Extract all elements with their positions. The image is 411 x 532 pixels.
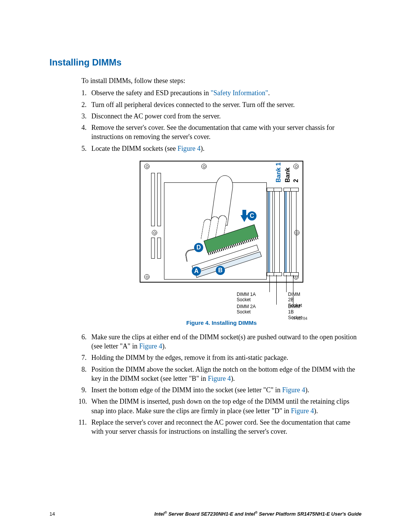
screw-icon <box>201 164 207 169</box>
callout-c: C <box>247 211 256 220</box>
bank2-label: Bank 2 <box>284 163 300 182</box>
step-text: Disconnect the AC power cord from the se… <box>91 112 221 120</box>
screw-icon <box>144 274 150 280</box>
figure-caption: Figure 4. Installing DIMMs <box>81 319 362 327</box>
step-text-post: ). <box>305 386 309 394</box>
step-2: Turn off all peripheral devices connecte… <box>81 100 362 109</box>
figure4-link[interactable]: Figure 4 <box>177 145 201 152</box>
figure-id: TP01784 <box>292 316 307 321</box>
socket-1a-sub: Socket <box>237 297 251 302</box>
page-footer: 14 Intel® Server Board SE7230NH1-E and I… <box>49 511 362 517</box>
section-heading: Installing DIMMs <box>49 57 362 68</box>
step-text: Holding the DIMM by the edges, remove it… <box>91 354 288 361</box>
figure4-link[interactable]: Figure 4 <box>282 386 306 394</box>
socket-2a-name: DIMM 2A <box>237 304 256 309</box>
step-9: Insert the bottom edge of the DIMM into … <box>81 385 362 395</box>
callout-b: B <box>216 266 225 275</box>
figure-4: A B C D Bank 1 Bank 2 <box>81 161 362 314</box>
step-text: Locate the DIMM sockets (see <box>91 145 177 152</box>
safety-info-link[interactable]: "Safety Information" <box>210 89 268 97</box>
step-text: Replace the server's cover and reconnect… <box>91 419 350 435</box>
footer-title: Intel® Server Board SE7230NH1-E and Inte… <box>154 511 362 517</box>
step-4: Remove the server's cover. See the docum… <box>81 123 362 142</box>
step-3: Disconnect the AC power cord from the se… <box>81 112 362 121</box>
step-text-post: ). <box>201 145 205 152</box>
step-11: Replace the server's cover and reconnect… <box>81 418 362 436</box>
step-text: Insert the bottom edge of the DIMM into … <box>91 386 282 394</box>
step-text-post: ). <box>314 407 318 415</box>
step-1: Observe the safety and ESD precautions i… <box>81 88 362 97</box>
connector <box>157 238 161 259</box>
socket-2a-sub: Socket <box>237 309 251 315</box>
socket-1b-name: DIMM 1B <box>288 304 300 315</box>
step-text-post: ). <box>162 342 166 350</box>
screw-icon <box>144 164 150 169</box>
figure4-link[interactable]: Figure 4 <box>291 407 314 415</box>
step-text: Remove the server's cover. See the docum… <box>91 124 335 141</box>
insert-arrow-icon <box>241 215 248 222</box>
step-5: Locate the DIMM sockets (see Figure 4). <box>81 144 362 153</box>
step-text: Make sure the clips at either end of the… <box>91 333 357 350</box>
step-text-post: . <box>268 89 270 97</box>
pci-slot <box>157 173 161 226</box>
socket-2b-name: DIMM 2B <box>288 292 300 302</box>
step-text: Turn off all peripheral devices connecte… <box>91 101 295 109</box>
pci-slot <box>151 173 155 226</box>
step-list-2: Make sure the clips at either end of the… <box>81 332 362 436</box>
motherboard-diagram: A B C D Bank 1 Bank 2 <box>140 161 303 283</box>
content-body: To install DIMMs, follow these steps: Ob… <box>49 76 362 436</box>
dimm-socket-2b <box>284 188 290 276</box>
socket-labels: DIMM 1A Socket DIMM 2A Socket DIMM 2B So… <box>140 285 303 312</box>
screw-icon <box>152 230 157 235</box>
step-6: Make sure the clips at either end of the… <box>81 332 362 351</box>
connector <box>151 238 155 259</box>
dimm-socket-1b <box>291 188 296 276</box>
figure4-link[interactable]: Figure 4 <box>208 375 231 382</box>
callout-a: A <box>192 267 201 276</box>
dimm-socket-2a <box>274 188 280 276</box>
step-8: Position the DIMM above the socket. Alig… <box>81 365 362 383</box>
step-10: When the DIMM is inserted, push down on … <box>81 397 362 415</box>
step-7: Holding the DIMM by the edges, remove it… <box>81 353 362 362</box>
step-text: Observe the safety and ESD precautions i… <box>91 89 210 97</box>
intro-text: To install DIMMs, follow these steps: <box>81 76 362 85</box>
zoom-panel: A B C D <box>164 182 267 280</box>
callout-d: D <box>194 243 203 252</box>
figure4-link[interactable]: Figure 4 <box>139 342 162 350</box>
step-list-1: Observe the safety and ESD precautions i… <box>81 88 362 153</box>
dimm-socket-1a <box>268 188 273 276</box>
page-number: 14 <box>49 511 55 517</box>
bank1-label: Bank 1 <box>274 163 283 182</box>
step-text-post: ). <box>231 375 235 382</box>
socket-1a-name: DIMM 1A <box>237 292 256 297</box>
